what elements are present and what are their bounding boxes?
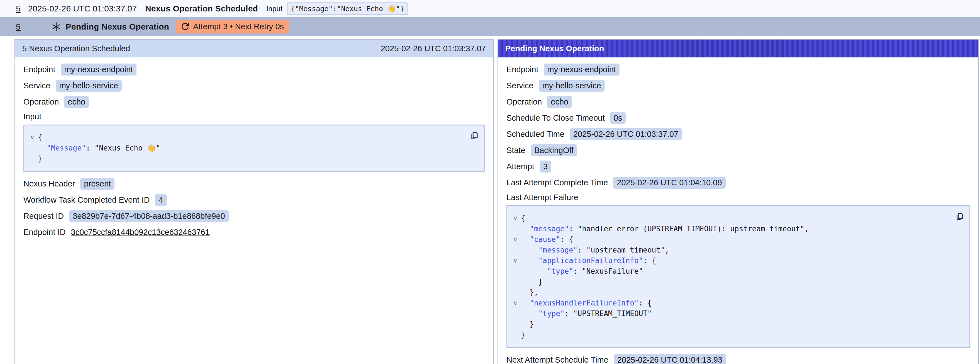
- field-value-chip: 2025-02-26 UTC 01:04:13.93: [614, 354, 726, 364]
- code-line: "message": "upstream timeout",: [510, 245, 950, 255]
- copy-button[interactable]: [954, 211, 965, 222]
- collapse-chevron-icon[interactable]: ∨: [510, 213, 521, 224]
- code-line: ∨{: [510, 213, 950, 224]
- pending-asterisk-icon: [51, 22, 61, 32]
- field-label: Endpoint ID: [24, 228, 66, 237]
- field-label: Last Attempt Complete Time: [506, 178, 608, 187]
- field-label: Scheduled Time: [506, 129, 565, 139]
- event-id-link[interactable]: 5: [16, 4, 21, 13]
- field-label: State: [506, 146, 525, 155]
- event-summary-row[interactable]: 5 2025-02-26 UTC 01:03:37.07 Nexus Opera…: [0, 0, 980, 17]
- code-gutter: [510, 329, 521, 340]
- code-gutter: [510, 287, 521, 298]
- field-label: Schedule To Close Timeout: [506, 113, 605, 123]
- field-value-chip: 4: [155, 194, 167, 206]
- code-line: "type": "NexusFailure": [510, 266, 950, 276]
- event-title: Nexus Operation Scheduled: [145, 4, 258, 13]
- field-value-chip: 2025-02-26 UTC 01:03:37.07: [570, 128, 682, 140]
- code-gutter: [510, 266, 521, 276]
- field-endpoint: Endpoint my-nexus-endpoint: [24, 64, 485, 75]
- code-gutter: [510, 319, 521, 329]
- field-operation: Operation echo: [506, 96, 970, 108]
- code-line: "Message": "Nexus Echo 👋": [27, 143, 465, 153]
- field-scheduled-time: Scheduled Time 2025-02-26 UTC 01:03:37.0…: [506, 128, 970, 140]
- code-line: "type": "UPSTREAM_TIMEOUT": [510, 308, 950, 319]
- field-label: Endpoint: [24, 65, 56, 74]
- code-line: ∨{: [27, 132, 465, 143]
- copy-button[interactable]: [469, 131, 480, 142]
- code-line: },: [510, 287, 950, 298]
- field-last-attempt-complete-time: Last Attempt Complete Time 2025-02-26 UT…: [506, 177, 970, 189]
- field-schedule-to-close-timeout: Schedule To Close Timeout 0s: [506, 112, 970, 124]
- last-attempt-failure-heading: Last Attempt Failure: [506, 193, 970, 202]
- field-value-chip: present: [80, 178, 115, 190]
- field-value-chip: 2025-02-26 UTC 01:04:10.09: [613, 177, 725, 189]
- collapse-chevron-icon[interactable]: ∨: [510, 298, 521, 308]
- event-input-preview-chip: {"Message":"Nexus Echo 👋"}: [287, 3, 408, 15]
- code-gutter: [510, 224, 521, 234]
- input-json-block: ∨{ "Message": "Nexus Echo 👋" }: [24, 125, 485, 172]
- field-label: Next Attempt Schedule Time: [506, 355, 608, 364]
- event-detail-panel: 5 Nexus Operation Scheduled 2025-02-26 U…: [14, 39, 494, 364]
- field-value-chip: my-hello-service: [539, 80, 605, 92]
- field-service: Service my-hello-service: [24, 80, 485, 92]
- field-label: Operation: [24, 97, 59, 107]
- field-label: Endpoint: [506, 65, 538, 74]
- field-label: Attempt: [506, 162, 534, 171]
- field-endpoint-id: Endpoint ID 3c0c75ccfa8144b092c13ce63246…: [24, 226, 485, 238]
- pending-operation-header: Pending Nexus Operation: [498, 40, 978, 57]
- field-state: State BackingOff: [506, 144, 970, 156]
- field-label: Operation: [506, 97, 542, 107]
- event-detail-header-title: 5 Nexus Operation Scheduled: [22, 44, 130, 53]
- code-line: "message": "handler error (UPSTREAM_TIME…: [510, 224, 950, 234]
- pending-id-link[interactable]: 5: [16, 22, 21, 32]
- code-gutter: [510, 245, 521, 255]
- field-label: Service: [24, 81, 51, 90]
- field-request-id: Request ID 3e829b7e-7d67-4b08-aad3-b1e86…: [24, 210, 485, 222]
- pending-operation-row[interactable]: 5 Pending Nexus Operation Attempt 3 • Ne…: [0, 17, 980, 36]
- collapse-chevron-icon[interactable]: ∨: [510, 255, 521, 266]
- field-endpoint: Endpoint my-nexus-endpoint: [506, 64, 970, 75]
- code-line: ∨ "applicationFailureInfo": {: [510, 255, 950, 266]
- code-gutter: [510, 308, 521, 319]
- event-detail-header-timestamp: 2025-02-26 UTC 01:03:37.07: [381, 44, 486, 53]
- code-gutter: [27, 143, 38, 153]
- field-value-chip: BackingOff: [531, 144, 577, 156]
- field-value-chip: my-nexus-endpoint: [61, 64, 137, 75]
- code-line: }: [510, 276, 950, 287]
- field-label: Request ID: [24, 212, 64, 221]
- field-value-chip: 3e829b7e-7d67-4b08-aad3-b1e868bfe9e0: [69, 210, 229, 222]
- field-value-chip: my-nexus-endpoint: [544, 64, 620, 75]
- field-service: Service my-hello-service: [506, 80, 970, 92]
- field-value-chip: my-hello-service: [56, 80, 122, 92]
- field-attempt: Attempt 3: [506, 161, 970, 172]
- pending-row-title: Pending Nexus Operation: [66, 22, 169, 32]
- failure-json-block: ∨{ "message": "handler error (UPSTREAM_T…: [506, 205, 970, 348]
- field-value-chip: echo: [547, 96, 572, 108]
- retry-attempt-badge: Attempt 3 • Next Retry 0s: [176, 20, 289, 34]
- input-section-heading: Input: [24, 112, 485, 121]
- field-label: Service: [506, 81, 533, 90]
- field-label: Nexus Header: [24, 179, 75, 188]
- code-line: }: [510, 319, 950, 329]
- field-nexus-header: Nexus Header present: [24, 178, 485, 190]
- collapse-chevron-icon[interactable]: ∨: [27, 132, 38, 143]
- field-label: Workflow Task Completed Event ID: [24, 195, 150, 204]
- collapse-chevron-icon[interactable]: ∨: [510, 234, 521, 245]
- field-value-chip: 0s: [610, 112, 626, 124]
- code-line: }: [510, 329, 950, 340]
- code-gutter: [27, 153, 38, 164]
- field-operation: Operation echo: [24, 96, 485, 108]
- retry-badge-text: Attempt 3 • Next Retry 0s: [193, 22, 284, 31]
- event-detail-header: 5 Nexus Operation Scheduled 2025-02-26 U…: [15, 40, 493, 57]
- event-timestamp: 2025-02-26 UTC 01:03:37.07: [28, 4, 137, 13]
- pending-operation-panel: Pending Nexus Operation Endpoint my-nexu…: [498, 39, 979, 364]
- pending-operation-header-title: Pending Nexus Operation: [505, 44, 604, 53]
- code-line: ∨ "nexusHandlerFailureInfo": {: [510, 298, 950, 308]
- code-line: ∨ "cause": {: [510, 234, 950, 245]
- event-input-label: Input: [266, 5, 282, 13]
- endpoint-id-link[interactable]: 3c0c75ccfa8144b092c13ce632463761: [71, 228, 210, 237]
- field-value-chip: echo: [64, 96, 89, 108]
- code-line: }: [27, 153, 465, 164]
- field-next-attempt-schedule-time: Next Attempt Schedule Time 2025-02-26 UT…: [506, 354, 970, 364]
